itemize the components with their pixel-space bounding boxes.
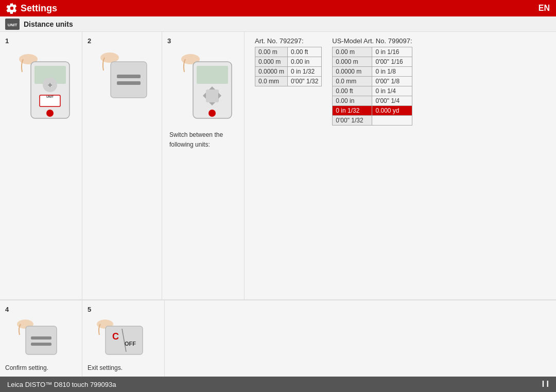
art-792297-table: 0.00 m0.00 ft0.000 m0.00 in0.0000 m0 in … (255, 47, 322, 86)
bottom-steps-row: 4 Confirm setting. 5 (0, 300, 556, 377)
step-4-illustration (13, 315, 64, 361)
language-label: EN (538, 4, 550, 13)
art-792297-title: Art. No. 792297: (255, 37, 322, 45)
svg-text:OFF: OFF (125, 341, 136, 347)
step-5-number: 5 (88, 306, 91, 313)
svg-rect-25 (31, 336, 51, 340)
svg-rect-26 (31, 343, 51, 346)
step-1-cell: 1 UNIT ✛ (0, 32, 82, 299)
svg-rect-16 (197, 66, 228, 84)
svg-text:UNIT: UNIT (46, 95, 54, 98)
step-3-illustration (175, 46, 242, 123)
step-3-cell: 3 (162, 32, 245, 299)
step-4-number: 4 (5, 306, 9, 313)
step-4-label: Confirm setting. (5, 364, 48, 371)
header-title: Settings (21, 3, 57, 14)
svg-text:C: C (112, 331, 119, 342)
art-799097-table: 0.00 m0 in 1/160.000 m0'00" 1/160.0000 m… (332, 47, 412, 126)
svg-rect-24 (26, 326, 57, 354)
step-2-cell: 2 (82, 32, 162, 299)
step-5-label: Exit settings. (88, 364, 123, 371)
svg-rect-17 (206, 90, 219, 102)
sub-header: UNIT Distance units (0, 16, 556, 32)
step-2-illustration (95, 46, 157, 118)
header: Settings EN (0, 0, 556, 16)
step-1-number: 1 (5, 37, 9, 45)
step-2-number: 2 (88, 37, 91, 45)
gear-icon (6, 3, 18, 14)
step-1-illustration: UNIT ✛ (13, 46, 80, 123)
art-792297-block: Art. No. 792297: 0.00 m0.00 ft0.000 m0.0… (255, 37, 322, 294)
svg-text:✛: ✛ (48, 82, 52, 88)
header-left: Settings (6, 3, 57, 14)
step-4-cell: 4 Confirm setting. (0, 300, 82, 377)
step-3-number: 3 (167, 37, 171, 45)
step-5-cell: 5 C OFF Exit settings. (82, 300, 165, 377)
art-tables-area: Art. No. 792297: 0.00 m0.00 ft0.000 m0.0… (245, 32, 423, 299)
svg-point-22 (208, 110, 216, 117)
svg-rect-12 (117, 75, 141, 78)
footer: Leica DISTO™ D810 touch 799093a I I (0, 377, 556, 392)
bottom-empty (165, 300, 556, 377)
unit-icon: UNIT (5, 19, 20, 30)
svg-rect-11 (111, 62, 147, 98)
svg-point-9 (46, 110, 54, 117)
art-799097-block: US-Model Art. No. 799097: 0.00 m0 in 1/1… (332, 37, 412, 294)
footer-right: I I (542, 380, 549, 389)
main-content: 1 UNIT ✛ 2 (0, 32, 556, 377)
svg-text:UNIT: UNIT (8, 23, 18, 27)
footer-text: Leica DISTO™ D810 touch 799093a (7, 381, 116, 388)
art-799097-title: US-Model Art. No. 799097: (332, 37, 412, 45)
top-steps-row: 1 UNIT ✛ 2 (0, 32, 556, 300)
switch-text: Switch between the following units: (169, 131, 223, 148)
sub-header-title: Distance units (24, 20, 73, 28)
step-5-illustration: C OFF (93, 315, 149, 361)
svg-rect-13 (117, 81, 141, 85)
